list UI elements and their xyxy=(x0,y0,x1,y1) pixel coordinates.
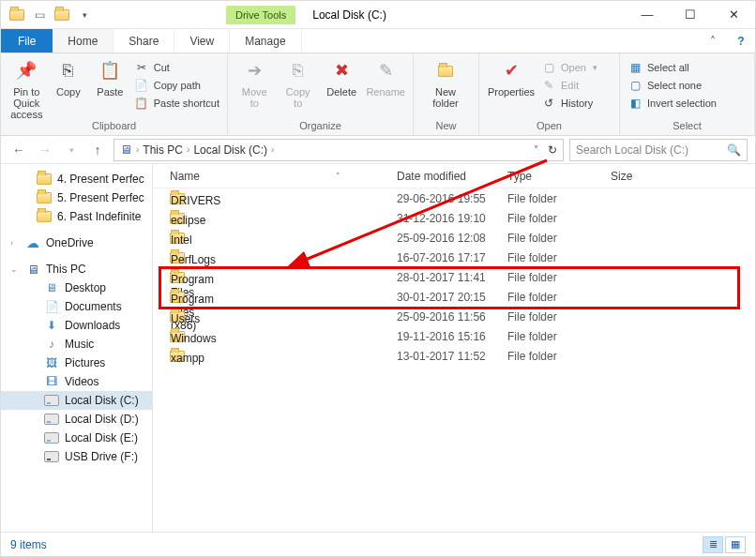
folder-icon: Intel xyxy=(170,232,185,245)
minimize-button[interactable]: — xyxy=(626,1,669,29)
select-none-button[interactable]: ▢Select none xyxy=(627,78,717,93)
nav-pc-item[interactable]: ♪Music xyxy=(1,335,152,354)
qat-properties-icon[interactable]: ▭ xyxy=(29,5,50,25)
new-folder-icon xyxy=(432,59,459,83)
documents-icon: 📄 xyxy=(44,300,59,313)
folder-icon xyxy=(37,210,52,223)
nav-back-button[interactable]: ← xyxy=(8,140,29,160)
copy-to-icon: ⎘ xyxy=(285,59,311,83)
close-button[interactable]: ✕ xyxy=(712,1,755,29)
tab-file[interactable]: File xyxy=(1,29,53,53)
edit-icon: ✎ xyxy=(541,78,556,93)
invert-selection-button[interactable]: ◧Invert selection xyxy=(627,96,717,111)
breadcrumb-this-pc[interactable]: This PC xyxy=(143,143,183,157)
copy-path-button[interactable]: 📄Copy path xyxy=(134,78,219,93)
pin-icon: 📌 xyxy=(13,59,39,83)
folder-icon xyxy=(37,173,52,186)
tab-share[interactable]: Share xyxy=(113,29,174,53)
file-row[interactable]: Program Files (x86)30-01-2017 20:15File … xyxy=(153,287,755,307)
file-row[interactable]: Intel25-09-2016 12:08File folder xyxy=(153,228,755,248)
file-row[interactable]: Users25-09-2016 11:56File folder xyxy=(153,307,755,326)
nav-pc-item[interactable]: 🎞Videos xyxy=(1,372,152,391)
pictures-icon: 🖼 xyxy=(44,356,59,369)
file-row[interactable]: xampp13-01-2017 11:52File folder xyxy=(153,346,755,366)
nav-pc-item[interactable]: 🖼Pictures xyxy=(1,354,152,372)
nav-pc-item[interactable]: ⬇Downloads xyxy=(1,316,152,335)
pin-quick-access-button[interactable]: 📌 Pin to Quick access xyxy=(8,57,45,120)
select-none-icon: ▢ xyxy=(627,78,643,93)
desktop-icon: 🖥 xyxy=(44,281,59,294)
view-thumbnails-button[interactable]: ▦ xyxy=(725,536,746,553)
file-list[interactable]: Name˄ Date modified Type Size DRIVERS29-… xyxy=(153,164,755,532)
history-icon: ↺ xyxy=(541,96,556,111)
music-icon: ♪ xyxy=(44,338,59,351)
nav-quick-item[interactable]: 4. Present Perfec xyxy=(1,170,152,188)
nav-up-button[interactable]: ↑ xyxy=(87,140,108,160)
nav-onedrive[interactable]: ›☁OneDrive xyxy=(1,233,152,252)
nav-pc-item[interactable]: USB Drive (F:) xyxy=(1,447,152,466)
contextual-tab-label: Drive Tools xyxy=(226,6,295,24)
cut-button[interactable]: ✂Cut xyxy=(134,60,219,75)
qat-customize-icon[interactable]: ▾ xyxy=(74,5,95,25)
folder-icon: xampp xyxy=(170,350,185,363)
folder-icon: Program Files xyxy=(170,271,185,284)
file-row[interactable]: eclipse31-12-2016 19:10File folder xyxy=(153,208,755,228)
nav-recent-button[interactable]: ▾ xyxy=(61,140,82,160)
tab-home[interactable]: Home xyxy=(53,29,113,53)
qat-newfolder-icon[interactable] xyxy=(52,5,72,25)
ribbon-group-clipboard: Clipboard xyxy=(8,120,219,133)
nav-quick-item[interactable]: 6. Past Indefinite xyxy=(1,207,152,226)
maximize-button[interactable]: ☐ xyxy=(669,1,712,29)
nav-this-pc[interactable]: ⌄🖥This PC xyxy=(1,260,152,278)
ribbon-collapse-icon[interactable]: ˄ xyxy=(699,29,727,53)
file-row[interactable]: DRIVERS29-06-2016 19:55File folder xyxy=(153,188,755,208)
copy-button[interactable]: ⎘ Copy xyxy=(51,57,87,98)
copy-icon: ⎘ xyxy=(55,59,82,83)
column-name[interactable]: Name˄ xyxy=(153,170,397,183)
rename-button[interactable]: ✎Rename xyxy=(366,57,405,98)
column-size[interactable]: Size xyxy=(611,170,755,183)
disk-icon xyxy=(44,394,59,407)
select-all-button[interactable]: ▦Select all xyxy=(627,60,717,75)
column-date[interactable]: Date modified xyxy=(397,170,507,183)
nav-pc-item[interactable]: Local Disk (C:) xyxy=(1,391,152,410)
nav-pc-item[interactable]: 🖥Desktop xyxy=(1,278,152,297)
open-icon: ▢ xyxy=(541,60,556,75)
paste-button[interactable]: 📋 Paste xyxy=(92,57,129,98)
breadcrumb-drive[interactable]: Local Disk (C:) xyxy=(193,143,267,157)
ribbon-group-organize: Organize xyxy=(235,120,405,133)
search-input[interactable]: Search Local Disk (C:) 🔍 xyxy=(569,139,748,161)
app-icon xyxy=(7,5,27,25)
file-row[interactable]: Windows19-11-2016 15:16File folder xyxy=(153,326,755,346)
help-icon[interactable]: ? xyxy=(727,29,755,53)
paste-shortcut-button[interactable]: 📋Paste shortcut xyxy=(134,96,219,111)
column-type[interactable]: Type xyxy=(507,170,611,183)
address-dropdown-icon[interactable]: ˅ xyxy=(534,144,538,155)
navigation-pane[interactable]: 4. Present Perfec5. Present Perfec6. Pas… xyxy=(1,164,153,532)
nav-forward-button[interactable]: → xyxy=(35,140,55,160)
file-row[interactable]: PerfLogs16-07-2016 17:17File folder xyxy=(153,248,755,267)
folder-icon: Windows xyxy=(170,330,185,343)
nav-quick-item[interactable]: 5. Present Perfec xyxy=(1,188,152,207)
move-to-button[interactable]: ➔Move to xyxy=(235,57,273,109)
breadcrumb[interactable]: 🖥 › This PC › Local Disk (C:) › ˅ ↻ xyxy=(113,139,564,161)
edit-button[interactable]: ✎Edit xyxy=(541,78,597,93)
nav-pc-item[interactable]: Local Disk (D:) xyxy=(1,410,152,429)
nav-pc-item[interactable]: 📄Documents xyxy=(1,297,152,316)
view-details-button[interactable]: ≣ xyxy=(703,536,723,553)
window-title: Local Disk (C:) xyxy=(312,8,386,22)
tab-manage[interactable]: Manage xyxy=(230,29,301,53)
copy-to-button[interactable]: ⎘Copy to xyxy=(279,57,316,109)
tab-view[interactable]: View xyxy=(174,29,230,53)
open-button[interactable]: ▢Open▾ xyxy=(541,60,597,75)
nav-pc-item[interactable]: Local Disk (E:) xyxy=(1,429,152,447)
history-button[interactable]: ↺History xyxy=(541,96,597,111)
delete-button[interactable]: ✖Delete xyxy=(323,57,360,98)
new-folder-button[interactable]: New folder xyxy=(421,57,470,109)
refresh-icon[interactable]: ↻ xyxy=(548,143,557,157)
properties-button[interactable]: ✔Properties xyxy=(487,57,536,98)
invert-icon: ◧ xyxy=(627,96,643,111)
ribbon-group-open: Open xyxy=(487,120,612,133)
move-icon: ➔ xyxy=(241,59,267,83)
file-row[interactable]: Program Files28-01-2017 11:41File folder xyxy=(153,267,755,287)
